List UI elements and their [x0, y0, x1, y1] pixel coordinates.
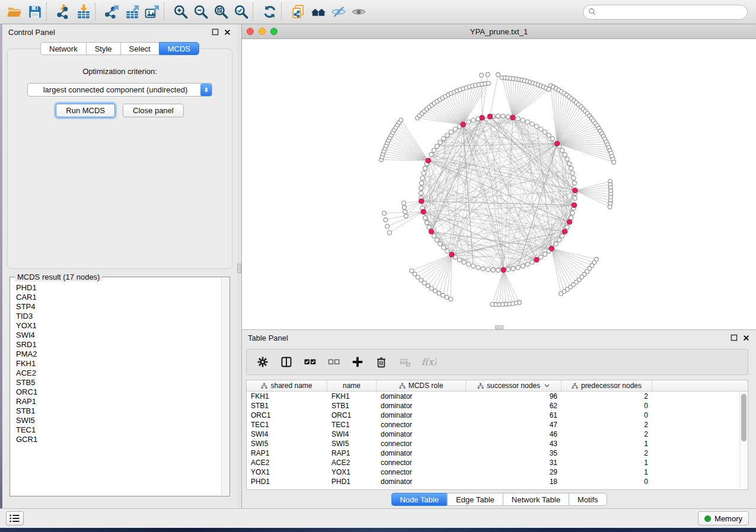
- export-table-icon[interactable]: [122, 2, 142, 22]
- ring-node[interactable]: [419, 186, 423, 190]
- tab-mcds[interactable]: MCDS: [159, 42, 199, 55]
- close-panel-icon[interactable]: [224, 28, 231, 36]
- ring-node[interactable]: [511, 267, 515, 271]
- mcds-result-item[interactable]: STB5: [11, 378, 221, 387]
- column-header-name[interactable]: name: [327, 380, 377, 391]
- table-row[interactable]: SWI5SWI5connector431: [247, 439, 748, 448]
- leaf-node[interactable]: [486, 72, 490, 76]
- close-panel-icon[interactable]: [742, 334, 750, 342]
- columns-icon[interactable]: [279, 354, 294, 370]
- ring-node[interactable]: [572, 176, 576, 180]
- node-table-scrollbar[interactable]: [739, 392, 747, 489]
- leaf-node[interactable]: [416, 275, 420, 280]
- tab-select[interactable]: Select: [120, 42, 159, 55]
- mcds-hub-node[interactable]: [480, 116, 484, 120]
- mcds-result-item[interactable]: TEC1: [11, 425, 221, 435]
- ring-node[interactable]: [486, 267, 490, 271]
- save-session-icon[interactable]: [25, 2, 45, 22]
- table-row[interactable]: STB1STB1dominator620: [247, 401, 748, 411]
- new-network-from-selection-icon[interactable]: [288, 2, 308, 22]
- ring-node[interactable]: [457, 258, 461, 262]
- ring-node[interactable]: [467, 262, 471, 267]
- mcds-hub-node[interactable]: [573, 188, 578, 193]
- leaf-node[interactable]: [402, 201, 406, 205]
- table-row[interactable]: ORC1ORC1dominator610: [247, 411, 748, 420]
- ring-node[interactable]: [521, 264, 525, 268]
- leaf-node[interactable]: [437, 291, 441, 295]
- ring-node[interactable]: [467, 120, 471, 124]
- mcds-hub-node[interactable]: [549, 246, 554, 251]
- mcds-hub-node[interactable]: [449, 252, 454, 257]
- memory-button[interactable]: Memory: [698, 511, 749, 525]
- ring-node[interactable]: [525, 262, 529, 267]
- leaf-node[interactable]: [486, 81, 490, 85]
- tab-network-table[interactable]: Network Table: [503, 493, 569, 506]
- leaf-node[interactable]: [403, 210, 407, 214]
- leaf-node[interactable]: [612, 160, 616, 164]
- table-row[interactable]: TEC1TEC1connector472: [247, 420, 748, 430]
- ring-node[interactable]: [572, 181, 576, 185]
- column-header-MCDS-role[interactable]: MCDS role: [377, 380, 466, 391]
- zoom-out-icon[interactable]: [191, 2, 211, 22]
- leaf-node[interactable]: [429, 286, 433, 290]
- ring-node[interactable]: [432, 148, 436, 152]
- mcds-result-item[interactable]: TID3: [11, 312, 221, 321]
- delete-icon[interactable]: [374, 354, 389, 370]
- mcds-hub-node[interactable]: [563, 229, 567, 234]
- mcds-hub-node[interactable]: [461, 122, 465, 127]
- tab-style[interactable]: Style: [86, 42, 120, 55]
- mcds-hub-node[interactable]: [572, 203, 576, 207]
- mcds-hub-node[interactable]: [501, 268, 506, 273]
- column-header-shared-name[interactable]: shared name: [247, 380, 327, 391]
- mcds-result-item[interactable]: CAR1: [11, 293, 221, 302]
- leaf-node[interactable]: [399, 118, 403, 122]
- leaf-node[interactable]: [402, 206, 406, 210]
- ring-node[interactable]: [516, 117, 520, 121]
- scrollbar-thumb[interactable]: [741, 394, 747, 441]
- ring-node[interactable]: [420, 181, 424, 185]
- mcds-result-item[interactable]: SWI4: [11, 331, 221, 340]
- horizontal-splitter-handle[interactable]: [495, 325, 503, 329]
- leaf-node[interactable]: [413, 272, 417, 276]
- export-network-icon[interactable]: [102, 2, 122, 22]
- search-box[interactable]: [583, 5, 748, 20]
- ring-node[interactable]: [438, 140, 442, 145]
- table-row[interactable]: RAP1RAP1dominator352: [247, 448, 748, 458]
- leaf-node[interactable]: [384, 218, 388, 222]
- ring-node[interactable]: [425, 220, 429, 225]
- leaf-node[interactable]: [445, 296, 449, 300]
- ring-node[interactable]: [506, 267, 510, 271]
- ring-node[interactable]: [565, 225, 569, 229]
- ring-node[interactable]: [445, 133, 449, 137]
- leaf-node[interactable]: [547, 87, 551, 91]
- leaf-node[interactable]: [608, 205, 612, 209]
- ring-node[interactable]: [442, 245, 446, 249]
- mcds-result-item[interactable]: SWI5: [11, 416, 221, 425]
- mcds-result-item[interactable]: ACE2: [11, 368, 221, 378]
- network-canvas[interactable]: [242, 39, 756, 329]
- leaf-node[interactable]: [387, 230, 391, 235]
- zoom-selected-icon[interactable]: [231, 2, 251, 22]
- close-panel-button[interactable]: Close panel: [123, 104, 184, 117]
- ring-node[interactable]: [449, 130, 453, 134]
- mcds-hub-node[interactable]: [567, 220, 572, 225]
- zoom-fit-icon[interactable]: [211, 2, 231, 22]
- float-panel-icon[interactable]: [211, 28, 219, 36]
- tab-motifs[interactable]: Motifs: [569, 493, 607, 506]
- vertical-splitter[interactable]: [237, 24, 242, 528]
- ring-node[interactable]: [534, 124, 538, 129]
- mcds-result-item[interactable]: SRD1: [11, 340, 221, 350]
- run-mcds-button[interactable]: Run MCDS: [56, 104, 115, 117]
- mcds-result-item[interactable]: YOX1: [11, 321, 221, 331]
- import-network-icon[interactable]: [53, 2, 74, 22]
- ring-node[interactable]: [429, 152, 433, 156]
- leaf-node[interactable]: [404, 214, 408, 218]
- mcds-hub-node[interactable]: [534, 258, 539, 262]
- mcds-result-item[interactable]: STB1: [11, 406, 221, 416]
- ring-node[interactable]: [422, 171, 426, 175]
- ring-node[interactable]: [560, 148, 564, 152]
- show-all-icon[interactable]: [349, 2, 369, 22]
- mcds-result-item[interactable]: FKH1: [11, 359, 221, 368]
- ring-node[interactable]: [496, 114, 500, 118]
- ring-node[interactable]: [567, 162, 572, 166]
